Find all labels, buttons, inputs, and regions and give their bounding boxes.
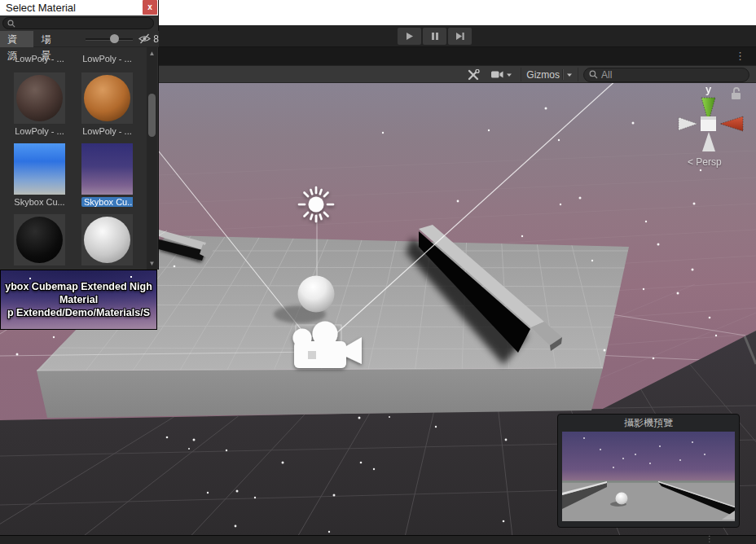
scene-camera-settings-button[interactable] (488, 68, 516, 81)
eye-slash-icon (138, 33, 152, 44)
material-label: Skybox Cu... (81, 197, 133, 207)
material-item[interactable]: LowPoly - ... (14, 51, 65, 64)
tab-assets[interactable]: 資源 (0, 31, 33, 47)
material-item[interactable] (14, 214, 65, 268)
gizmos-dropdown[interactable]: Gizmos (521, 68, 578, 81)
dialog-titlebar: Select Material x (0, 0, 158, 15)
material-item[interactable]: LowPoly - ... (14, 72, 65, 136)
play-button[interactable] (398, 28, 421, 45)
material-row: LowPoly - ...LowPoly - ... (0, 72, 147, 136)
pause-button[interactable] (423, 28, 446, 45)
lock-icon[interactable] (732, 88, 741, 99)
step-icon (455, 32, 465, 41)
axis-x-cone[interactable] (720, 116, 743, 131)
video-camera-icon (491, 70, 503, 79)
scrollbar[interactable]: ▲ ▼ (147, 47, 157, 270)
skybox-thumbnail[interactable] (81, 143, 133, 195)
tooltip-line-2: Material (1, 293, 156, 306)
axis-negy-cone[interactable] (702, 132, 715, 151)
material-row: LowPoly - ...LowPoly - ... (0, 51, 147, 64)
material-item[interactable]: LowPoly - ... (81, 51, 133, 64)
search-icon (7, 20, 15, 28)
close-button[interactable]: x (143, 0, 157, 15)
material-item[interactable]: Skybox Cu... (81, 143, 133, 207)
scene-menu-kebab-icon[interactable]: ⋮ (735, 49, 745, 64)
orientation-gizmo: y x < Persp (673, 80, 756, 176)
material-search-input[interactable] (2, 17, 154, 29)
projection-mode-label[interactable]: < Persp (688, 156, 722, 168)
hidden-count-toggle[interactable]: 8 (138, 33, 159, 45)
axis-negx-cone[interactable] (679, 117, 697, 130)
dialog-tab-bar: 資源 場景 8 (0, 31, 159, 47)
tab-scene[interactable]: 場景 (33, 31, 67, 47)
sphere-thumbnail[interactable] (81, 214, 133, 265)
skybox-thumbnail[interactable] (14, 143, 65, 195)
material-item[interactable]: LowPoly - ... (81, 72, 133, 136)
platform-front-face (37, 368, 603, 418)
material-label: Skybox Cu... (14, 197, 65, 207)
unity-editor-window: ⋮ Gizmos (0, 0, 756, 544)
select-material-dialog: Select Material x 資源 場景 8 (0, 0, 159, 270)
slider-knob[interactable] (110, 34, 119, 43)
material-label: LowPoly - ... (14, 126, 65, 136)
material-label: LowPoly - ... (81, 54, 133, 64)
play-icon (405, 32, 414, 41)
camera-preview-panel: 攝影機預覽 (557, 414, 740, 528)
material-label: LowPoly - ... (14, 54, 65, 64)
material-item[interactable]: Skybox Cu... (14, 143, 65, 207)
clipped-glyphs: ⋮ (705, 534, 714, 543)
slider-track (86, 38, 133, 41)
material-label: LowPoly - ... (81, 126, 133, 136)
sphere-thumbnail[interactable] (14, 72, 65, 124)
scene-tools-button[interactable] (464, 68, 483, 81)
axis-center-cube[interactable] (701, 116, 716, 131)
tooltip-line-1: ybox Cubemap Extended Nigh (1, 280, 156, 293)
material-row: Skybox Cu...Skybox Cu... (0, 143, 147, 207)
bottom-panel-edge: ⋮ (0, 535, 756, 544)
gizmos-label: Gizmos (526, 69, 560, 81)
step-button[interactable] (448, 28, 472, 45)
search-icon (589, 70, 598, 79)
material-item[interactable] (81, 214, 133, 268)
material-row (0, 214, 147, 268)
sphere-object[interactable] (298, 276, 335, 313)
scroll-up-arrow[interactable]: ▲ (147, 48, 157, 59)
camera-preview-image (562, 432, 735, 521)
camera-preview-title: 攝影機預覽 (558, 415, 739, 432)
tooltip-line-3: p Extended/Demo/Materials/S (1, 306, 156, 319)
chevron-down-icon (566, 72, 573, 77)
dialog-title: Select Material (6, 2, 76, 14)
thumbnail-size-slider[interactable] (86, 31, 132, 47)
scroll-down-arrow[interactable]: ▼ (147, 258, 157, 269)
material-grid: LowPoly - ...LowPoly - ...LowPoly - ...L… (0, 47, 147, 270)
pause-icon (431, 32, 439, 41)
scroll-thumb[interactable] (148, 94, 156, 137)
axis-y-label: y (705, 83, 712, 95)
hidden-count: 8 (153, 33, 159, 45)
scene-search-text: All (601, 69, 612, 81)
sphere-thumbnail[interactable] (14, 214, 65, 265)
directional-light-gizmo[interactable] (299, 187, 333, 222)
chevron-down-icon (506, 72, 512, 77)
sphere-thumbnail[interactable] (81, 72, 133, 124)
wrench-screwdriver-icon (468, 69, 480, 81)
divider (562, 69, 564, 80)
material-tooltip: ybox Cubemap Extended Nigh Material p Ex… (0, 270, 157, 330)
